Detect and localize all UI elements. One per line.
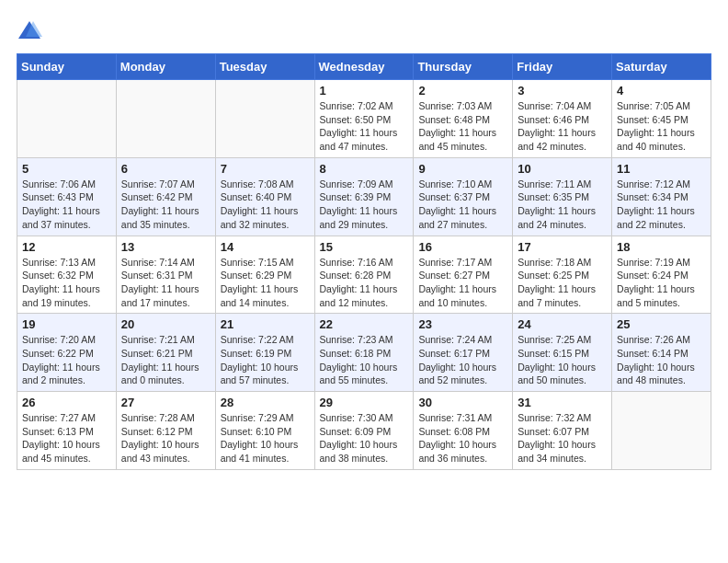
day-info: Sunrise: 7:13 AM Sunset: 6:32 PM Dayligh… <box>22 256 111 310</box>
calendar-week-row: 12Sunrise: 7:13 AM Sunset: 6:32 PM Dayli… <box>17 236 711 314</box>
day-info: Sunrise: 7:31 AM Sunset: 6:08 PM Dayligh… <box>418 411 507 465</box>
day-info: Sunrise: 7:29 AM Sunset: 6:10 PM Dayligh… <box>221 411 310 465</box>
day-number: 18 <box>617 240 706 254</box>
day-info: Sunrise: 7:06 AM Sunset: 6:43 PM Dayligh… <box>22 178 111 232</box>
day-info: Sunrise: 7:23 AM Sunset: 6:18 PM Dayligh… <box>320 333 409 387</box>
day-info: Sunrise: 7:16 AM Sunset: 6:28 PM Dayligh… <box>320 256 409 310</box>
calendar-cell: 6Sunrise: 7:07 AM Sunset: 6:42 PM Daylig… <box>116 157 215 236</box>
calendar-cell: 25Sunrise: 7:26 AM Sunset: 6:14 PM Dayli… <box>612 314 711 392</box>
day-number: 21 <box>221 317 310 331</box>
calendar-cell: 3Sunrise: 7:04 AM Sunset: 6:46 PM Daylig… <box>513 80 612 158</box>
day-info: Sunrise: 7:24 AM Sunset: 6:17 PM Dayligh… <box>418 333 507 387</box>
calendar-cell: 16Sunrise: 7:17 AM Sunset: 6:27 PM Dayli… <box>414 236 513 314</box>
calendar-cell: 26Sunrise: 7:27 AM Sunset: 6:13 PM Dayli… <box>17 392 117 470</box>
day-number: 3 <box>518 84 607 98</box>
day-info: Sunrise: 7:02 AM Sunset: 6:50 PM Dayligh… <box>320 99 409 154</box>
calendar: SundayMondayTuesdayWednesdayThursdayFrid… <box>17 53 711 470</box>
calendar-cell: 31Sunrise: 7:32 AM Sunset: 6:07 PM Dayli… <box>513 392 612 470</box>
day-header-saturday: Saturday <box>612 54 711 80</box>
day-info: Sunrise: 7:04 AM Sunset: 6:46 PM Dayligh… <box>518 99 607 154</box>
day-info: Sunrise: 7:26 AM Sunset: 6:14 PM Dayligh… <box>617 333 706 387</box>
day-number: 26 <box>22 396 111 409</box>
calendar-cell: 17Sunrise: 7:18 AM Sunset: 6:25 PM Dayli… <box>513 236 612 314</box>
day-info: Sunrise: 7:15 AM Sunset: 6:29 PM Dayligh… <box>221 256 310 310</box>
calendar-cell: 14Sunrise: 7:15 AM Sunset: 6:29 PM Dayli… <box>215 236 314 314</box>
day-info: Sunrise: 7:09 AM Sunset: 6:39 PM Dayligh… <box>320 178 409 232</box>
day-info: Sunrise: 7:08 AM Sunset: 6:40 PM Dayligh… <box>221 178 310 232</box>
calendar-cell: 11Sunrise: 7:12 AM Sunset: 6:34 PM Dayli… <box>612 157 711 236</box>
day-number: 31 <box>518 396 607 409</box>
header <box>17 17 711 44</box>
day-info: Sunrise: 7:05 AM Sunset: 6:45 PM Dayligh… <box>617 99 706 154</box>
calendar-cell: 22Sunrise: 7:23 AM Sunset: 6:18 PM Dayli… <box>314 314 414 392</box>
day-info: Sunrise: 7:25 AM Sunset: 6:15 PM Dayligh… <box>518 333 607 387</box>
day-number: 29 <box>320 396 409 409</box>
logo-icon <box>17 18 42 44</box>
calendar-cell: 30Sunrise: 7:31 AM Sunset: 6:08 PM Dayli… <box>414 392 513 470</box>
calendar-cell: 10Sunrise: 7:11 AM Sunset: 6:35 PM Dayli… <box>513 157 612 236</box>
calendar-cell: 2Sunrise: 7:03 AM Sunset: 6:48 PM Daylig… <box>414 80 513 158</box>
day-header-thursday: Thursday <box>414 54 513 80</box>
day-info: Sunrise: 7:03 AM Sunset: 6:48 PM Dayligh… <box>418 99 507 154</box>
calendar-cell: 1Sunrise: 7:02 AM Sunset: 6:50 PM Daylig… <box>314 80 414 158</box>
calendar-week-row: 26Sunrise: 7:27 AM Sunset: 6:13 PM Dayli… <box>17 392 711 470</box>
day-number: 24 <box>518 317 607 331</box>
day-info: Sunrise: 7:22 AM Sunset: 6:19 PM Dayligh… <box>221 333 310 387</box>
day-info: Sunrise: 7:12 AM Sunset: 6:34 PM Dayligh… <box>617 178 706 232</box>
day-number: 30 <box>418 396 507 409</box>
day-number: 13 <box>121 240 210 254</box>
day-info: Sunrise: 7:27 AM Sunset: 6:13 PM Dayligh… <box>22 411 111 465</box>
day-number: 7 <box>221 162 310 176</box>
calendar-cell <box>17 80 117 158</box>
calendar-header-row: SundayMondayTuesdayWednesdayThursdayFrid… <box>17 54 711 80</box>
day-info: Sunrise: 7:32 AM Sunset: 6:07 PM Dayligh… <box>518 411 607 465</box>
logo <box>17 17 46 44</box>
calendar-cell: 4Sunrise: 7:05 AM Sunset: 6:45 PM Daylig… <box>612 80 711 158</box>
day-info: Sunrise: 7:28 AM Sunset: 6:12 PM Dayligh… <box>121 411 210 465</box>
day-number: 12 <box>22 240 111 254</box>
calendar-cell: 27Sunrise: 7:28 AM Sunset: 6:12 PM Dayli… <box>116 392 215 470</box>
calendar-cell: 5Sunrise: 7:06 AM Sunset: 6:43 PM Daylig… <box>17 157 117 236</box>
day-number: 10 <box>518 162 607 176</box>
calendar-cell: 20Sunrise: 7:21 AM Sunset: 6:21 PM Dayli… <box>116 314 215 392</box>
day-number: 14 <box>221 240 310 254</box>
day-info: Sunrise: 7:07 AM Sunset: 6:42 PM Dayligh… <box>121 178 210 232</box>
day-number: 8 <box>320 162 409 176</box>
day-info: Sunrise: 7:20 AM Sunset: 6:22 PM Dayligh… <box>22 333 111 387</box>
calendar-cell: 12Sunrise: 7:13 AM Sunset: 6:32 PM Dayli… <box>17 236 117 314</box>
calendar-week-row: 5Sunrise: 7:06 AM Sunset: 6:43 PM Daylig… <box>17 157 711 236</box>
page: SundayMondayTuesdayWednesdayThursdayFrid… <box>0 0 728 563</box>
day-number: 22 <box>320 317 409 331</box>
day-number: 28 <box>221 396 310 409</box>
day-number: 2 <box>418 84 507 98</box>
day-info: Sunrise: 7:30 AM Sunset: 6:09 PM Dayligh… <box>320 411 409 465</box>
calendar-cell: 28Sunrise: 7:29 AM Sunset: 6:10 PM Dayli… <box>215 392 314 470</box>
calendar-cell: 19Sunrise: 7:20 AM Sunset: 6:22 PM Dayli… <box>17 314 117 392</box>
day-number: 1 <box>320 84 409 98</box>
day-number: 11 <box>617 162 706 176</box>
calendar-week-row: 19Sunrise: 7:20 AM Sunset: 6:22 PM Dayli… <box>17 314 711 392</box>
day-number: 6 <box>121 162 210 176</box>
calendar-week-row: 1Sunrise: 7:02 AM Sunset: 6:50 PM Daylig… <box>17 80 711 158</box>
day-info: Sunrise: 7:11 AM Sunset: 6:35 PM Dayligh… <box>518 178 607 232</box>
calendar-cell <box>612 392 711 470</box>
calendar-cell <box>116 80 215 158</box>
day-info: Sunrise: 7:10 AM Sunset: 6:37 PM Dayligh… <box>418 178 507 232</box>
day-number: 9 <box>418 162 507 176</box>
day-number: 17 <box>518 240 607 254</box>
calendar-cell: 7Sunrise: 7:08 AM Sunset: 6:40 PM Daylig… <box>215 157 314 236</box>
calendar-cell: 23Sunrise: 7:24 AM Sunset: 6:17 PM Dayli… <box>414 314 513 392</box>
day-header-tuesday: Tuesday <box>215 54 314 80</box>
calendar-cell: 18Sunrise: 7:19 AM Sunset: 6:24 PM Dayli… <box>612 236 711 314</box>
day-header-sunday: Sunday <box>17 54 117 80</box>
calendar-cell: 15Sunrise: 7:16 AM Sunset: 6:28 PM Dayli… <box>314 236 414 314</box>
day-number: 5 <box>22 162 111 176</box>
day-header-friday: Friday <box>513 54 612 80</box>
day-number: 27 <box>121 396 210 409</box>
day-number: 25 <box>617 317 706 331</box>
day-header-wednesday: Wednesday <box>314 54 414 80</box>
calendar-cell: 13Sunrise: 7:14 AM Sunset: 6:31 PM Dayli… <box>116 236 215 314</box>
day-info: Sunrise: 7:14 AM Sunset: 6:31 PM Dayligh… <box>121 256 210 310</box>
day-info: Sunrise: 7:19 AM Sunset: 6:24 PM Dayligh… <box>617 256 706 310</box>
calendar-cell: 24Sunrise: 7:25 AM Sunset: 6:15 PM Dayli… <box>513 314 612 392</box>
